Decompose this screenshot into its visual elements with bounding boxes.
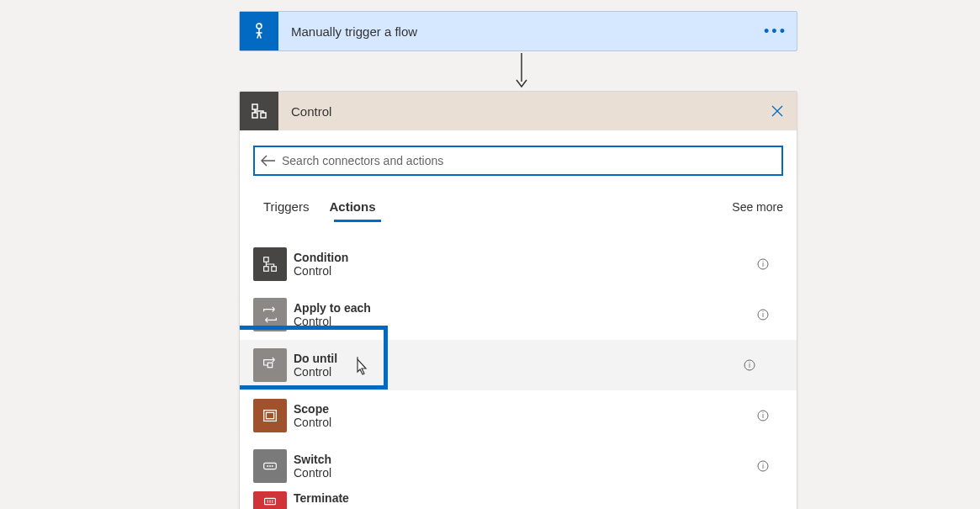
svg-point-1 bbox=[260, 24, 262, 25]
svg-rect-3 bbox=[252, 104, 257, 109]
svg-text:i: i bbox=[762, 411, 764, 420]
svg-rect-9 bbox=[264, 257, 269, 262]
svg-text:i: i bbox=[762, 310, 764, 319]
action-apply-to-each[interactable]: Apply to each Control i bbox=[240, 289, 797, 340]
svg-text:i: i bbox=[762, 260, 764, 268]
info-icon[interactable]: i bbox=[756, 257, 770, 271]
action-sub: Control bbox=[294, 365, 337, 379]
switch-icon bbox=[253, 449, 287, 483]
svg-rect-10 bbox=[264, 267, 269, 272]
svg-rect-5 bbox=[261, 113, 266, 118]
close-button[interactable] bbox=[758, 92, 797, 130]
svg-rect-4 bbox=[252, 113, 257, 118]
info-icon[interactable]: i bbox=[756, 459, 770, 473]
tab-underline bbox=[334, 220, 381, 222]
svg-rect-16 bbox=[268, 363, 273, 368]
action-name: Terminate bbox=[294, 491, 349, 505]
action-name: Do until bbox=[294, 352, 337, 365]
action-do-until[interactable]: Do until Control i bbox=[240, 340, 797, 390]
cursor-pointer-icon bbox=[352, 357, 370, 382]
terminate-icon bbox=[253, 491, 287, 509]
tabs-row: Triggers Actions See more bbox=[240, 176, 797, 220]
action-text: Apply to each Control bbox=[294, 301, 371, 328]
action-name: Apply to each bbox=[294, 301, 371, 315]
action-name: Scope bbox=[294, 402, 331, 416]
manual-trigger-icon bbox=[240, 12, 278, 50]
action-sub: Control bbox=[294, 466, 331, 480]
svg-text:i: i bbox=[749, 361, 750, 369]
action-text: Terminate bbox=[294, 491, 349, 505]
tab-triggers[interactable]: Triggers bbox=[253, 193, 319, 220]
action-text: Do until Control bbox=[294, 352, 337, 379]
action-name: Condition bbox=[294, 251, 348, 264]
info-icon[interactable]: i bbox=[756, 308, 770, 321]
search-input[interactable] bbox=[282, 147, 781, 174]
trigger-more-button[interactable]: ••• bbox=[755, 12, 797, 50]
close-icon bbox=[771, 105, 783, 117]
condition-icon bbox=[253, 247, 287, 281]
info-icon[interactable]: i bbox=[756, 409, 770, 422]
svg-rect-11 bbox=[272, 267, 277, 272]
actions-list: Condition Control i Apply to each Contro… bbox=[240, 239, 797, 509]
info-icon[interactable]: i bbox=[743, 358, 756, 372]
action-picker: Control Triggers Actions See more bbox=[239, 91, 797, 509]
action-terminate[interactable]: Terminate bbox=[240, 491, 797, 509]
action-switch[interactable]: Switch Control i bbox=[240, 441, 797, 491]
svg-point-25 bbox=[269, 465, 271, 467]
apply-to-each-icon bbox=[253, 298, 287, 331]
picker-title: Control bbox=[278, 92, 758, 130]
control-connector-icon bbox=[240, 92, 278, 130]
svg-point-26 bbox=[272, 465, 273, 467]
back-arrow-icon[interactable] bbox=[255, 155, 282, 167]
action-text: Condition Control bbox=[294, 251, 348, 278]
trigger-title: Manually trigger a flow bbox=[278, 12, 755, 50]
action-sub: Control bbox=[294, 264, 348, 278]
picker-header: Control bbox=[240, 92, 797, 130]
svg-rect-20 bbox=[266, 412, 273, 418]
do-until-icon bbox=[253, 348, 287, 382]
action-scope[interactable]: Scope Control i bbox=[240, 390, 797, 441]
svg-point-24 bbox=[267, 465, 268, 467]
action-condition[interactable]: Condition Control i bbox=[240, 239, 797, 289]
action-name: Switch bbox=[294, 453, 331, 466]
see-more-link[interactable]: See more bbox=[732, 200, 783, 214]
trigger-card[interactable]: Manually trigger a flow ••• bbox=[239, 11, 797, 51]
action-text: Switch Control bbox=[294, 453, 331, 480]
action-sub: Control bbox=[294, 315, 371, 328]
action-sub: Control bbox=[294, 416, 331, 429]
svg-text:i: i bbox=[762, 462, 764, 470]
search-box[interactable] bbox=[253, 146, 783, 176]
flow-designer-canvas: Manually trigger a flow ••• Control bbox=[0, 0, 980, 509]
connector-arrow-icon bbox=[513, 53, 530, 93]
scope-icon bbox=[253, 399, 287, 432]
tab-actions[interactable]: Actions bbox=[319, 193, 385, 220]
action-text: Scope Control bbox=[294, 402, 331, 429]
